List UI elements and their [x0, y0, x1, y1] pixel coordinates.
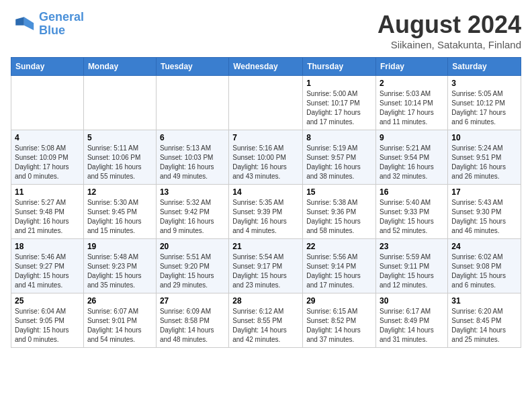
day-number: 15 [306, 187, 372, 197]
calendar-cell: 18Sunrise: 5:46 AM Sunset: 9:27 PM Dayli… [11, 239, 84, 293]
day-info: Sunrise: 5:19 AM Sunset: 9:57 PM Dayligh… [306, 144, 372, 181]
logo-icon [11, 12, 35, 36]
calendar-cell: 11Sunrise: 5:27 AM Sunset: 9:48 PM Dayli… [11, 185, 84, 239]
calendar-cell: 9Sunrise: 5:21 AM Sunset: 9:54 PM Daylig… [376, 130, 448, 185]
day-number: 18 [15, 242, 80, 251]
day-info: Sunrise: 5:16 AM Sunset: 10:00 PM Daylig… [232, 144, 299, 181]
calendar-cell: 5Sunrise: 5:11 AM Sunset: 10:06 PM Dayli… [83, 130, 156, 185]
day-number: 31 [451, 296, 517, 306]
day-number: 6 [160, 133, 225, 142]
day-info: Sunrise: 5:56 AM Sunset: 9:14 PM Dayligh… [306, 253, 372, 290]
logo-line2: Blue [39, 24, 65, 37]
calendar-cell: 15Sunrise: 5:38 AM Sunset: 9:36 PM Dayli… [303, 185, 376, 239]
day-info: Sunrise: 5:51 AM Sunset: 9:20 PM Dayligh… [160, 253, 225, 290]
day-number: 16 [380, 187, 444, 197]
day-info: Sunrise: 5:24 AM Sunset: 9:51 PM Dayligh… [451, 144, 517, 181]
day-info: Sunrise: 5:43 AM Sunset: 9:30 PM Dayligh… [451, 198, 517, 236]
calendar-cell: 8Sunrise: 5:19 AM Sunset: 9:57 PM Daylig… [303, 130, 376, 185]
calendar-cell: 16Sunrise: 5:40 AM Sunset: 9:33 PM Dayli… [376, 185, 448, 239]
calendar-cell: 20Sunrise: 5:51 AM Sunset: 9:20 PM Dayli… [156, 239, 228, 293]
day-number: 25 [15, 296, 80, 306]
day-info: Sunrise: 5:35 AM Sunset: 9:39 PM Dayligh… [232, 198, 299, 236]
week-row-2: 4Sunrise: 5:08 AM Sunset: 10:09 PM Dayli… [11, 130, 521, 185]
day-number: 19 [87, 242, 152, 251]
weekday-header-row: SundayMondayTuesdayWednesdayThursdayFrid… [11, 58, 521, 76]
header: General Blue August 2024 Siikainen, Sata… [11, 11, 521, 50]
day-info: Sunrise: 5:48 AM Sunset: 9:23 PM Dayligh… [87, 253, 152, 290]
day-number: 22 [306, 242, 372, 251]
day-number: 21 [232, 242, 299, 251]
calendar-cell [11, 76, 84, 130]
week-row-5: 25Sunrise: 6:04 AM Sunset: 9:05 PM Dayli… [11, 293, 521, 348]
week-row-1: 1Sunrise: 5:00 AM Sunset: 10:17 PM Dayli… [11, 76, 521, 130]
day-info: Sunrise: 5:11 AM Sunset: 10:06 PM Daylig… [87, 144, 152, 181]
weekday-header-friday: Friday [376, 58, 448, 76]
weekday-header-wednesday: Wednesday [229, 58, 303, 76]
calendar-cell: 17Sunrise: 5:43 AM Sunset: 9:30 PM Dayli… [448, 185, 521, 239]
weekday-header-thursday: Thursday [303, 58, 376, 76]
day-info: Sunrise: 6:15 AM Sunset: 8:52 PM Dayligh… [306, 307, 372, 345]
calendar-cell: 21Sunrise: 5:54 AM Sunset: 9:17 PM Dayli… [229, 239, 303, 293]
calendar-cell: 30Sunrise: 6:17 AM Sunset: 8:49 PM Dayli… [376, 293, 448, 348]
calendar-cell: 24Sunrise: 6:02 AM Sunset: 9:08 PM Dayli… [448, 239, 521, 293]
day-number: 9 [380, 133, 444, 142]
day-info: Sunrise: 5:32 AM Sunset: 9:42 PM Dayligh… [160, 198, 225, 236]
weekday-header-sunday: Sunday [11, 58, 84, 76]
day-info: Sunrise: 6:02 AM Sunset: 9:08 PM Dayligh… [451, 253, 517, 290]
day-info: Sunrise: 5:08 AM Sunset: 10:09 PM Daylig… [15, 144, 80, 181]
weekday-header-monday: Monday [83, 58, 156, 76]
day-number: 1 [306, 79, 372, 88]
day-number: 26 [87, 296, 152, 306]
week-row-4: 18Sunrise: 5:46 AM Sunset: 9:27 PM Dayli… [11, 239, 521, 293]
day-number: 20 [160, 242, 225, 251]
day-info: Sunrise: 5:21 AM Sunset: 9:54 PM Dayligh… [380, 144, 444, 181]
day-info: Sunrise: 5:27 AM Sunset: 9:48 PM Dayligh… [15, 198, 80, 236]
day-info: Sunrise: 5:46 AM Sunset: 9:27 PM Dayligh… [15, 253, 80, 290]
calendar-cell [83, 76, 156, 130]
day-number: 2 [380, 79, 444, 88]
day-info: Sunrise: 5:05 AM Sunset: 10:12 PM Daylig… [451, 89, 517, 127]
weekday-header-tuesday: Tuesday [156, 58, 228, 76]
day-number: 12 [87, 187, 152, 197]
day-info: Sunrise: 5:54 AM Sunset: 9:17 PM Dayligh… [232, 253, 299, 290]
calendar-cell: 25Sunrise: 6:04 AM Sunset: 9:05 PM Dayli… [11, 293, 84, 348]
day-info: Sunrise: 5:03 AM Sunset: 10:14 PM Daylig… [380, 89, 444, 127]
day-info: Sunrise: 5:38 AM Sunset: 9:36 PM Dayligh… [306, 198, 372, 236]
calendar-cell: 7Sunrise: 5:16 AM Sunset: 10:00 PM Dayli… [229, 130, 303, 185]
day-number: 27 [160, 296, 225, 306]
day-number: 8 [306, 133, 372, 142]
logo-line1: General [39, 10, 84, 24]
day-info: Sunrise: 5:59 AM Sunset: 9:11 PM Dayligh… [380, 253, 444, 290]
day-number: 30 [380, 296, 444, 306]
weekday-header-saturday: Saturday [448, 58, 521, 76]
day-number: 17 [451, 187, 517, 197]
day-number: 5 [87, 133, 152, 142]
week-row-3: 11Sunrise: 5:27 AM Sunset: 9:48 PM Dayli… [11, 185, 521, 239]
day-info: Sunrise: 6:09 AM Sunset: 8:58 PM Dayligh… [160, 307, 225, 345]
day-info: Sunrise: 6:12 AM Sunset: 8:55 PM Dayligh… [232, 307, 299, 345]
day-number: 29 [306, 296, 372, 306]
day-info: Sunrise: 5:00 AM Sunset: 10:17 PM Daylig… [306, 89, 372, 127]
calendar-cell: 31Sunrise: 6:20 AM Sunset: 8:45 PM Dayli… [448, 293, 521, 348]
logo-text: General Blue [39, 11, 84, 38]
day-info: Sunrise: 6:20 AM Sunset: 8:45 PM Dayligh… [451, 307, 517, 345]
day-info: Sunrise: 5:13 AM Sunset: 10:03 PM Daylig… [160, 144, 225, 181]
day-info: Sunrise: 6:07 AM Sunset: 9:01 PM Dayligh… [87, 307, 152, 345]
calendar-cell: 13Sunrise: 5:32 AM Sunset: 9:42 PM Dayli… [156, 185, 228, 239]
day-number: 4 [15, 133, 80, 142]
calendar-cell: 2Sunrise: 5:03 AM Sunset: 10:14 PM Dayli… [376, 76, 448, 130]
calendar-cell: 12Sunrise: 5:30 AM Sunset: 9:45 PM Dayli… [83, 185, 156, 239]
calendar-cell: 19Sunrise: 5:48 AM Sunset: 9:23 PM Dayli… [83, 239, 156, 293]
day-number: 24 [451, 242, 517, 251]
calendar-cell: 27Sunrise: 6:09 AM Sunset: 8:58 PM Dayli… [156, 293, 228, 348]
day-number: 10 [451, 133, 517, 142]
calendar-cell: 22Sunrise: 5:56 AM Sunset: 9:14 PM Dayli… [303, 239, 376, 293]
month-title: August 2024 [378, 11, 521, 39]
calendar-cell: 14Sunrise: 5:35 AM Sunset: 9:39 PM Dayli… [229, 185, 303, 239]
title-block: August 2024 Siikainen, Satakunta, Finlan… [378, 11, 521, 50]
calendar-cell: 23Sunrise: 5:59 AM Sunset: 9:11 PM Dayli… [376, 239, 448, 293]
calendar-table: SundayMondayTuesdayWednesdayThursdayFrid… [11, 57, 521, 348]
day-number: 14 [232, 187, 299, 197]
calendar-cell: 1Sunrise: 5:00 AM Sunset: 10:17 PM Dayli… [303, 76, 376, 130]
calendar-cell [156, 76, 228, 130]
